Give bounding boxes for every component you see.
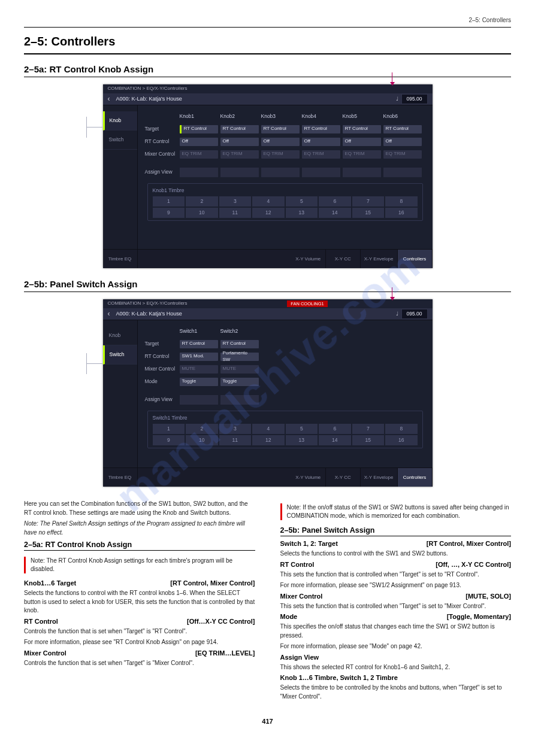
param-sw-mode-body2: For more information, please see "Mode" … [280,642,512,651]
timbre-cell[interactable]: 5 [286,424,318,434]
combi-title[interactable]: A000: K-Lab: Katja's House [116,96,396,103]
timbre-cell[interactable]: 3 [219,424,252,434]
timbre-cell[interactable]: 16 [385,208,418,218]
tab-xy-envelope[interactable]: X-Y Envelope [361,468,398,487]
combi-title[interactable]: A000: K-Lab: Katja's House [116,311,396,318]
timbre-cell[interactable]: 11 [219,435,252,445]
tab-xy-volume[interactable]: X-Y Volume [291,250,326,268]
target-cell[interactable]: RT Control [220,340,259,348]
tab-timbre-eq[interactable]: Timbre EQ [103,468,138,487]
row-rtcontrol: RT Control Off Off Off Off Off Off [145,136,425,147]
timbre-cell[interactable]: 4 [252,196,285,207]
target-cell[interactable]: RT Control [180,340,218,348]
breadcrumb: COMBINATION > EQ/X-Y/Controllers [103,84,433,93]
param-mixer-body: Controls the function that is set when "… [24,659,255,668]
target-cell[interactable]: RT Control [180,125,218,133]
target-cell[interactable]: RT Control [383,125,422,133]
col-header: Knob6 [383,113,422,120]
tempo-value[interactable]: 095.00 [401,309,428,319]
assign-view-cell[interactable] [180,168,218,177]
timbre-cell[interactable]: 12 [252,208,285,218]
assign-view-label-text: Assign View [280,654,512,661]
mix-cell[interactable]: EQ TRIM [261,150,300,159]
timbre-cell[interactable]: 9 [153,435,185,445]
target-cell[interactable]: RT Control [261,125,300,133]
mix-cell[interactable]: MUTE [220,365,259,374]
timbre-cell[interactable]: 16 [385,435,418,445]
mode-cell[interactable]: Toggle [180,378,218,386]
assign-view-cell[interactable] [220,168,259,177]
target-cell[interactable]: RT Control [220,125,259,133]
timbre-cell[interactable]: 6 [319,424,351,434]
target-cell[interactable]: RT Control [302,125,340,133]
timbre-cell[interactable]: 12 [252,435,285,445]
timbre-cell[interactable]: 14 [319,208,351,218]
tab-controllers[interactable]: Controllers [398,250,433,268]
timbre-cell[interactable]: 7 [352,196,385,207]
timbre-cell[interactable]: 11 [219,208,252,218]
rt-cell[interactable]: Portamento SW [220,353,259,361]
assign-view-cell[interactable] [180,395,218,405]
rt-cell[interactable]: Off [343,138,381,146]
timbre-cell[interactable]: 3 [219,196,252,207]
timbre-cell[interactable]: 7 [352,424,385,434]
quarter-note-icon: ♩ [396,311,398,317]
assign-view-cell[interactable] [261,168,300,177]
timbre-cell[interactable]: 4 [252,424,285,434]
assign-view-cell[interactable] [302,168,340,177]
col-header: Switch2 [220,328,259,335]
back-icon[interactable]: ‹ [108,309,110,319]
rt-cell[interactable]: Off [383,138,422,146]
back-icon[interactable]: ‹ [108,95,110,104]
tab-xy-volume[interactable]: X-Y Volume [291,468,326,487]
assign-view-cell[interactable] [383,168,422,177]
tab-timbre-eq[interactable]: Timbre EQ [103,250,138,268]
mix-cell[interactable]: EQ TRIM [343,150,381,159]
mix-cell[interactable]: EQ TRIM [220,150,259,159]
rt-cell[interactable]: Off [302,138,340,146]
tab-switch[interactable]: Switch [103,130,137,150]
mix-cell[interactable]: MUTE [180,365,218,374]
timbre-cell[interactable]: 9 [153,208,185,218]
tab-knob[interactable]: Knob [103,326,137,345]
timbre-cell[interactable]: 6 [319,196,351,207]
mode-cell[interactable]: Toggle [220,378,259,386]
tab-knob[interactable]: Knob [103,111,137,130]
timbre-cell[interactable]: 13 [286,208,318,218]
tab-xy-envelope[interactable]: X-Y Envelope [361,250,398,268]
rt-cell[interactable]: SW1 Mod. [180,353,218,361]
rt-cell[interactable]: Off [180,138,218,146]
mix-cell[interactable]: EQ TRIM [302,150,340,159]
tab-xy-cc[interactable]: X-Y CC [326,468,361,487]
assign-view-cell[interactable] [343,168,381,177]
timbre-cell[interactable]: 5 [286,196,318,207]
subsection-switch-title: 2–5b: Panel Switch Assign [24,279,511,292]
timbre-cell[interactable]: 15 [352,208,385,218]
red-bar-icon [280,503,282,520]
side-pointer-knob [86,117,102,138]
timbre-cell[interactable]: 2 [186,196,218,207]
tempo-value[interactable]: 095.00 [401,94,428,104]
timbre-cell[interactable]: 13 [286,435,318,445]
mix-cell[interactable]: EQ TRIM [180,150,218,159]
timbre-cell[interactable]: 1 [153,424,185,434]
tab-xy-cc[interactable]: X-Y CC [326,250,361,268]
rt-cell[interactable]: Off [261,138,300,146]
timbre-cell[interactable]: 8 [385,196,418,207]
target-cell[interactable]: RT Control [343,125,381,133]
tab-switch[interactable]: Switch [103,345,137,365]
tab-controllers[interactable]: Controllers [398,468,433,487]
timbre-cell[interactable]: 2 [186,424,218,434]
mix-cell[interactable]: EQ TRIM [383,150,422,159]
timbre-cell[interactable]: 14 [319,435,351,445]
assign-view-cell[interactable] [220,395,259,405]
timbre-cell[interactable]: 1 [153,196,185,207]
timbre-cell[interactable]: 10 [186,208,218,218]
col-header: Knob3 [261,113,300,120]
rt-cell[interactable]: Off [220,138,259,146]
assign-view-row: Assign View [145,168,425,177]
timbre-cell[interactable]: 10 [186,435,218,445]
timbre-cell[interactable]: 8 [385,424,418,434]
header-rule [24,27,511,28]
timbre-cell[interactable]: 15 [352,435,385,445]
